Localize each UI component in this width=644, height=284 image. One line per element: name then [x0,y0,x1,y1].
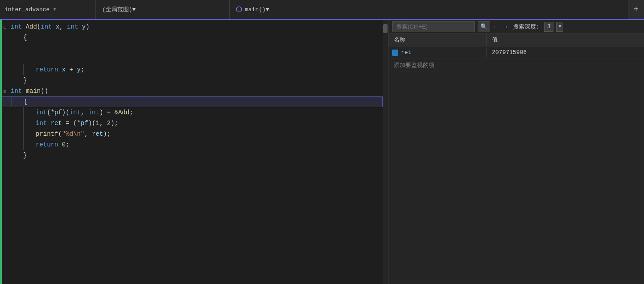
token-kw: int [67,23,78,30]
token-plain [73,66,77,73]
watch-panel: 🔍 ← → 搜索深度: 3 ▼ 名称 值 ret 2079715906 添加要监… [388,20,644,284]
main-area: ⊟int Add(int x, int y) { return x + y; }… [0,20,644,284]
add-watch-row[interactable]: 添加要监视的项 [388,59,644,71]
token-plain [111,109,114,116]
code-line: ⊟int main() [2,86,383,96]
watch-item-icon [392,50,398,56]
expand-button[interactable]: + [628,0,644,19]
file-selector[interactable]: inter_advance ▼ [0,0,96,19]
token-kw: int [11,88,22,95]
search-button[interactable]: 🔍 [478,21,490,32]
token-pn: { [23,34,27,41]
indent-guide [11,75,23,86]
token-pn: ; [129,109,133,116]
token-kw: return [36,66,58,73]
token-pn: ( [47,109,50,116]
token-op: * [51,109,54,116]
scope-dropdown-arrow[interactable]: ▼ [132,6,136,13]
token-plain [22,23,25,30]
token-pn: )( [88,120,96,127]
indent-guide [11,64,23,75]
token-param: x [62,66,66,73]
depth-label: 搜索深度: [513,23,540,31]
watch-row[interactable]: ret 2079715906 [388,46,644,59]
token-pn: ) [99,109,107,116]
watch-toolbar: 🔍 ← → 搜索深度: 3 ▼ [388,20,644,34]
code-line: { [2,32,383,43]
indent-guide [11,97,24,107]
token-fn: Add [118,109,129,116]
token-pn: } [23,152,27,159]
code-line [2,43,383,54]
token-num: 1 [96,120,99,127]
token-kw: int [41,23,52,30]
search-icon: 🔍 [480,23,487,30]
token-op: = [107,109,111,116]
token-param: y [77,66,80,73]
indent-guide [23,118,36,129]
token-pn: { [24,98,27,105]
token-num: 0 [62,141,66,148]
add-watch-label: 添加要监视的项 [388,60,440,70]
func-selector[interactable]: ⬡ main() ▼ [230,0,628,19]
code-line [2,54,383,64]
token-plain [70,120,73,127]
collapse-icon[interactable]: ⊟ [4,24,10,30]
vertical-scrollbar[interactable] [383,20,388,284]
nav-back-arrow[interactable]: ← [493,23,499,30]
watch-item-value: 2079715906 [487,48,644,57]
code-line: int ret = (*pf)(1, 2); [2,118,383,129]
collapse-icon[interactable]: ⊟ [4,88,10,94]
func-dropdown-arrow[interactable]: ▼ [266,6,269,13]
code-line: int(*pf)(int, int) = &Add; [2,107,383,118]
indent-guide [11,150,23,161]
func-icon: ⬡ [236,5,242,14]
token-var: pf [54,109,62,116]
token-kw: int [11,23,22,30]
token-kw: int [88,109,99,116]
token-kw: int [70,109,81,116]
token-fn: Add [26,23,37,30]
code-line: printf("%d\n", ret); [2,129,383,139]
token-fn: main [26,88,41,95]
file-dropdown-arrow[interactable]: ▼ [53,7,56,12]
scope-selector[interactable]: (全局范围) ▼ [96,0,230,19]
token-pn: ; [66,141,69,148]
depth-dropdown[interactable]: ▼ [556,22,563,32]
token-var: pf [81,120,88,127]
token-pn: , [99,120,107,127]
file-label: inter_advance [4,6,50,13]
token-str: "%d\n" [62,130,84,138]
token-op: + [70,66,73,73]
depth-value: 3 [544,22,554,32]
scope-label: (全局范围) [102,5,132,13]
indent-guide [11,32,23,43]
token-plain [58,141,62,148]
code-panel: ⊟int Add(int x, int y) { return x + y; }… [0,20,388,284]
token-plain [62,120,66,127]
token-pn: , [81,109,88,116]
token-pn: , [84,130,92,138]
token-pn: () [41,88,48,95]
token-plain [52,23,55,30]
token-pn: ( [73,120,77,127]
watch-table-header: 名称 值 [388,34,644,46]
token-kw: int [36,120,47,127]
code-editor[interactable]: ⊟int Add(int x, int y) { return x + y; }… [2,20,383,284]
token-op: * [77,120,80,127]
code-line: } [2,75,383,86]
token-kw: return [36,141,58,148]
search-input[interactable] [392,21,475,32]
col-name-header: 名称 [388,34,487,46]
indent-guide [23,139,36,150]
token-plain [22,88,25,95]
watch-row-name: ret [388,48,487,57]
code-line: ⊟int Add(int x, int y) [2,21,383,32]
token-macro: printf [36,130,58,138]
scrollbar-thumb[interactable] [383,24,388,33]
nav-forward-arrow[interactable]: → [502,23,508,30]
toolbar: inter_advance ▼ (全局范围) ▼ ⬡ main() ▼ + [0,0,644,20]
indent-guide [23,129,36,139]
indent-guide [23,107,36,118]
col-val-header: 值 [487,34,644,46]
